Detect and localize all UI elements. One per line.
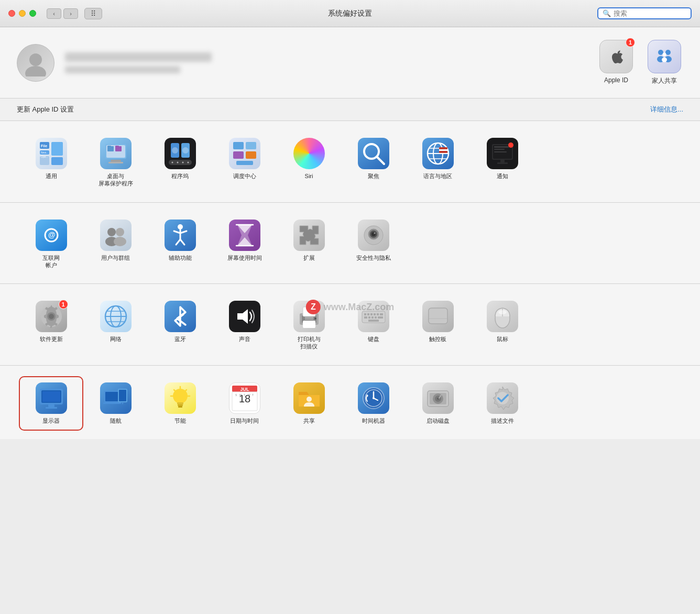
trackpad-icon [422, 301, 454, 332]
svg-point-0 [29, 53, 42, 66]
pref-mouse[interactable]: 鼠标 [472, 297, 532, 355]
minimize-button[interactable] [19, 10, 26, 17]
notification-icon [487, 138, 518, 169]
svg-rect-34 [233, 142, 244, 149]
avatar-icon [22, 49, 49, 76]
software-label: 软件更新 [40, 335, 63, 343]
svg-point-84 [49, 314, 54, 319]
pref-startup[interactable]: 启动磁盘 [408, 378, 468, 429]
svg-point-30 [171, 162, 173, 163]
sound-icon [229, 301, 260, 332]
pref-general[interactable]: File New... Ope... 通用 [21, 134, 81, 192]
software-badge: 1 [59, 300, 68, 309]
pref-profiles[interactable]: 描述文件 [472, 378, 532, 429]
pref-network[interactable]: 网络 [85, 297, 146, 355]
pref-sidecar[interactable]: 随航 [85, 378, 146, 429]
pref-users[interactable]: 用户与群组 [85, 215, 146, 273]
svg-rect-111 [429, 308, 447, 324]
bluetooth-label: 蓝牙 [174, 335, 186, 343]
svg-point-61 [107, 228, 116, 236]
svg-rect-128 [177, 402, 183, 404]
update-banner-link[interactable]: 详细信息... [650, 105, 683, 114]
profiles-icon [487, 382, 518, 414]
family-sharing-item[interactable]: 家人共享 [646, 40, 683, 85]
svg-text:Ope...: Ope... [41, 155, 48, 158]
sidecar-label: 随航 [110, 417, 122, 424]
pref-sound[interactable]: 声音 [214, 297, 275, 355]
svg-line-68 [180, 231, 187, 233]
pref-accessibility[interactable]: 辅助功能 [150, 215, 210, 273]
screentime-icon [229, 220, 260, 251]
zoom-button[interactable] [29, 10, 36, 17]
pref-trackpad[interactable]: 触控板 [408, 297, 468, 355]
pref-internet[interactable]: @ 互联网帐户 [21, 215, 81, 273]
svg-rect-38 [236, 161, 253, 165]
update-banner-text: 更新 Apple ID 设置 [17, 105, 74, 114]
svg-rect-94 [303, 321, 315, 328]
forward-button[interactable]: › [63, 8, 78, 19]
internet-icon: @ [36, 220, 67, 251]
pref-dock[interactable]: 程序坞 [150, 134, 210, 192]
bluetooth-icon [165, 301, 196, 332]
apple-id-badge: 1 [626, 38, 635, 47]
svg-rect-130 [178, 406, 182, 408]
search-input[interactable] [614, 9, 687, 17]
close-button[interactable] [8, 10, 15, 17]
pref-spotlight[interactable]: 聚焦 [343, 134, 403, 192]
svg-rect-101 [370, 313, 373, 315]
svg-rect-55 [494, 149, 505, 150]
pref-software[interactable]: 1 软件更新 [21, 297, 81, 355]
svg-text:T: T [244, 393, 245, 397]
svg-text:M: M [239, 393, 242, 397]
svg-rect-24 [108, 162, 123, 163]
section-1-grid: File New... Ope... 通用 [21, 134, 679, 192]
pref-desktop[interactable]: 桌面与屏幕保护程序 [85, 134, 146, 192]
apple-logo-icon [606, 47, 626, 67]
apple-id-item[interactable]: 1 Apple ID [597, 40, 635, 84]
pref-sharing[interactable]: 共享 [279, 378, 339, 429]
pref-language[interactable]: 语言与地区 [408, 134, 468, 192]
section-4-grid: 显示器 随航 [21, 378, 679, 429]
grid-icon: ⠿ [91, 9, 96, 18]
screentime-label: 屏幕使用时间 [227, 254, 262, 261]
svg-text:File: File [41, 144, 47, 148]
energy-icon [165, 382, 196, 414]
profile-info [65, 52, 587, 73]
search-box[interactable]: 🔍 [597, 7, 692, 19]
network-icon [100, 301, 132, 332]
svg-point-80 [374, 232, 375, 234]
mouse-label: 鼠标 [497, 335, 508, 343]
keyboard-label: 键盘 [368, 335, 379, 343]
pref-screentime[interactable]: 屏幕使用时间 [214, 215, 275, 273]
pref-notification[interactable]: 通知 [472, 134, 532, 192]
internet-label: 互联网帐户 [42, 254, 60, 269]
svg-point-32 [182, 162, 183, 163]
printer-icon [293, 301, 325, 332]
pref-datetime[interactable]: JUL 18 S M T W T 日期与时间 [214, 378, 275, 429]
pref-energy[interactable]: 节能 [150, 378, 210, 429]
svg-line-132 [185, 390, 187, 391]
pref-displays[interactable]: 显示器 [21, 378, 81, 429]
pref-mission[interactable]: 调度中心 [214, 134, 275, 192]
siri-icon [293, 138, 325, 169]
pref-siri[interactable]: Siri [279, 134, 339, 192]
family-sharing-label: 家人共享 [652, 76, 677, 85]
section-3: 1 软件更新 网络 蓝牙 [0, 284, 700, 366]
grid-button[interactable]: ⠿ [84, 8, 102, 19]
pref-printer[interactable]: 打印机与扫描仪 [279, 297, 339, 355]
pref-extensions[interactable]: 扩展 [279, 215, 339, 273]
svg-rect-120 [46, 407, 57, 409]
startup-label: 启动磁盘 [426, 417, 450, 424]
pref-security[interactable]: 安全性与隐私 [343, 215, 403, 273]
general-label: 通用 [46, 172, 57, 180]
svg-point-31 [177, 162, 178, 163]
pref-keyboard[interactable]: 键盘 [343, 297, 403, 355]
timemachine-icon [358, 382, 389, 414]
security-label: 安全性与隐私 [356, 254, 391, 261]
svg-text:W: W [248, 393, 250, 397]
pref-timemachine[interactable]: 时间机器 [343, 378, 403, 429]
pref-bluetooth[interactable]: 蓝牙 [150, 297, 210, 355]
svg-point-146 [307, 397, 312, 402]
back-button[interactable]: ‹ [47, 8, 61, 19]
family-sharing-icon [653, 45, 676, 68]
